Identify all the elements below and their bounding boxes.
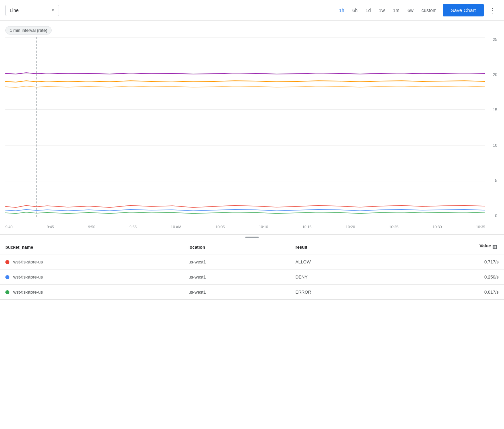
y-label-5: 5 xyxy=(487,178,499,183)
x-label-10am: 10 AM xyxy=(171,225,181,232)
interval-badge: 1 min interval (rate) xyxy=(5,26,52,35)
x-label-1030: 10:30 xyxy=(433,225,442,232)
series-name: wst-tls-store-us xyxy=(13,290,43,295)
legend-table: bucket_name location result Value ⊞ wst-… xyxy=(0,240,504,300)
chevron-down-icon: ▼ xyxy=(51,8,55,12)
x-label-950: 9:50 xyxy=(88,225,95,232)
table-row: wst-tls-store-us us-west1 ERROR 0.017/s xyxy=(0,285,504,300)
x-label-1020: 10:20 xyxy=(346,225,355,232)
cell-bucket-name: wst-tls-store-us xyxy=(0,285,183,300)
y-axis-labels: 0 5 10 15 20 25 xyxy=(485,37,499,218)
y-label-20: 20 xyxy=(487,72,499,77)
cell-bucket-name: wst-tls-store-us xyxy=(0,269,183,285)
cell-location: us-west1 xyxy=(183,285,290,300)
x-label-945: 9:45 xyxy=(47,225,54,232)
chart-svg xyxy=(5,37,485,218)
cell-location: us-west1 xyxy=(183,254,290,269)
col-header-bucket-name: bucket_name xyxy=(0,240,183,254)
cell-bucket-name: wst-tls-store-us xyxy=(0,254,183,269)
scroll-handle[interactable] xyxy=(245,237,259,238)
cell-result: ALLOW xyxy=(290,254,391,269)
y-label-15: 15 xyxy=(487,108,499,112)
series-dot xyxy=(5,275,9,279)
chart-area: 0 5 10 15 20 25 9:40 9:45 9:50 9:55 10 A… xyxy=(5,37,499,232)
cell-result: ERROR xyxy=(290,285,391,300)
chart-type-dropdown[interactable]: Line ▼ xyxy=(5,5,59,16)
table-row: wst-tls-store-us us-west1 ALLOW 0.717/s xyxy=(0,254,504,269)
y-label-10: 10 xyxy=(487,143,499,148)
col-header-value: Value ⊞ xyxy=(391,240,504,254)
time-btn-1w[interactable]: 1w xyxy=(376,6,388,15)
cell-location: us-west1 xyxy=(183,269,290,285)
x-label-1025: 10:25 xyxy=(389,225,398,232)
x-label-940: 9:40 xyxy=(5,225,12,232)
save-chart-button[interactable]: Save Chart xyxy=(443,4,484,16)
time-btn-6w[interactable]: 6w xyxy=(404,6,417,15)
cell-value: 0.717/s xyxy=(391,254,504,269)
cell-result: DENY xyxy=(290,269,391,285)
time-btn-1h[interactable]: 1h xyxy=(336,6,348,15)
chart-container: 1 min interval (rate) xyxy=(0,21,504,232)
x-label-1035: 10:35 xyxy=(476,225,485,232)
col-header-location: location xyxy=(183,240,290,254)
time-btn-6h[interactable]: 6h xyxy=(349,6,361,15)
chart-type-label: Line xyxy=(10,8,49,13)
y-label-25: 25 xyxy=(487,37,499,42)
columns-icon[interactable]: ⊞ xyxy=(491,243,499,251)
table-row: wst-tls-store-us us-west1 DENY 0.250/s xyxy=(0,269,504,285)
scroll-handle-container xyxy=(0,235,504,240)
time-btn-1m[interactable]: 1m xyxy=(389,6,402,15)
y-label-0: 0 xyxy=(487,213,499,218)
time-btn-custom[interactable]: custom xyxy=(418,6,440,15)
series-name: wst-tls-store-us xyxy=(13,274,43,280)
series-dot xyxy=(5,260,9,264)
x-label-1010: 10:10 xyxy=(259,225,268,232)
cell-value: 0.017/s xyxy=(391,285,504,300)
toolbar: Line ▼ 1h6h1d1w1m6wcustom Save Chart ⋮ xyxy=(0,0,504,21)
series-dot xyxy=(5,290,9,294)
time-btn-1d[interactable]: 1d xyxy=(362,6,374,15)
x-label-955: 9:55 xyxy=(129,225,136,232)
series-name: wst-tls-store-us xyxy=(13,259,43,264)
col-header-result: result xyxy=(290,240,391,254)
x-label-1015: 10:15 xyxy=(302,225,312,232)
x-axis-labels: 9:40 9:45 9:50 9:55 10 AM 10:05 10:10 10… xyxy=(5,225,485,232)
x-label-1005: 10:05 xyxy=(215,225,225,232)
time-range-group: 1h6h1d1w1m6wcustom xyxy=(336,6,440,15)
cell-value: 0.250/s xyxy=(391,269,504,285)
legend-header-row: bucket_name location result Value ⊞ xyxy=(0,240,504,254)
more-options-button[interactable]: ⋮ xyxy=(487,4,499,16)
